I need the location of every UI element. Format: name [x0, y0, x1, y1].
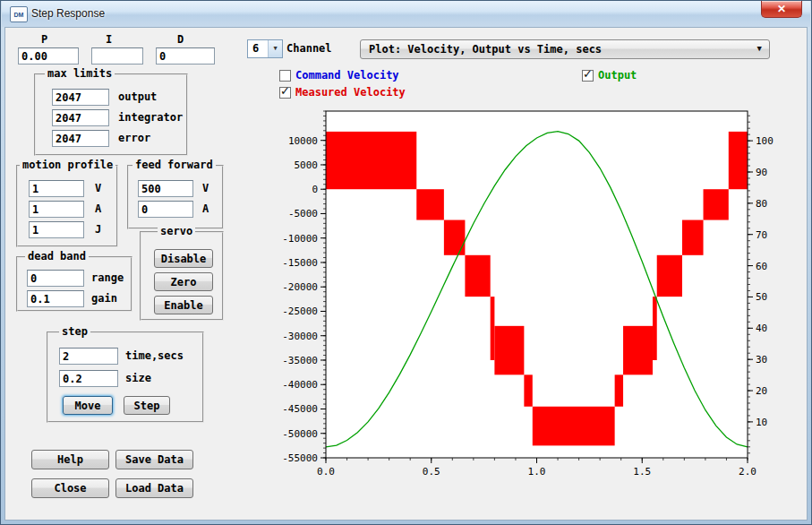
load-data-button[interactable]: Load Data	[115, 478, 193, 498]
ff-v-input[interactable]	[138, 180, 193, 197]
max-limits-group: max limits output integrator error	[34, 73, 188, 156]
profile-v-label: V	[95, 182, 101, 194]
p-input[interactable]	[18, 47, 79, 65]
svg-text:10000: 10000	[288, 135, 318, 147]
step-time-label: time,secs	[125, 349, 184, 362]
dead-band-title: dead band	[25, 250, 89, 262]
chevron-down-icon: ▼	[757, 44, 762, 53]
max-output-label: output	[118, 90, 157, 103]
chart-svg: 1000050000-5000-10000-15000-20000-25000-…	[269, 107, 788, 505]
svg-text:5000: 5000	[295, 159, 319, 171]
svg-text:-5000: -5000	[288, 208, 318, 219]
disable-button[interactable]: Disable	[154, 249, 213, 268]
svg-text:-35000: -35000	[282, 355, 318, 366]
plot-select-value: Plot: Velocity, Output vs Time, secs	[369, 43, 602, 56]
profile-a-input[interactable]	[29, 201, 84, 218]
feed-forward-title: feed forward	[132, 159, 216, 171]
checkmark-icon: ✓	[583, 67, 593, 81]
zero-button[interactable]: Zero	[154, 272, 213, 291]
close-icon[interactable]: ✕	[761, 1, 802, 18]
range-input[interactable]	[27, 270, 84, 287]
max-limits-title: max limits	[45, 67, 115, 80]
app-icon: DM	[10, 6, 28, 22]
svg-text:0.0: 0.0	[317, 466, 335, 478]
ff-a-label: A	[202, 202, 209, 215]
gain-label: gain	[91, 292, 117, 305]
svg-text:100: 100	[756, 135, 774, 147]
range-label: range	[91, 271, 124, 284]
servo-title: servo	[158, 225, 195, 237]
step-button[interactable]: Step	[124, 396, 170, 415]
max-integrator-input[interactable]	[52, 109, 109, 126]
svg-text:-30000: -30000	[282, 331, 318, 342]
svg-text:1.5: 1.5	[633, 466, 651, 478]
max-integrator-label: integrator	[118, 111, 183, 124]
svg-text:-15000: -15000	[282, 257, 318, 269]
i-label: I	[106, 33, 112, 46]
gain-input[interactable]	[27, 290, 84, 307]
plot-select[interactable]: Plot: Velocity, Output vs Time, secs ▼	[360, 39, 770, 59]
checkmark-icon: ✓	[280, 84, 290, 98]
channel-select[interactable]: 6 ▼	[247, 39, 283, 58]
channel-label: Channel	[286, 42, 332, 55]
ff-a-input[interactable]	[138, 201, 193, 218]
svg-text:0: 0	[312, 184, 318, 195]
motion-profile-title: motion profile	[20, 159, 115, 171]
title-bar[interactable]: DM Step Response ✕	[2, 1, 810, 27]
d-input[interactable]	[156, 47, 215, 65]
step-size-input[interactable]	[59, 370, 118, 387]
feed-forward-group: feed forward V A	[127, 165, 224, 229]
motion-profile-group: motion profile V A J	[16, 165, 118, 247]
svg-text:-40000: -40000	[282, 379, 318, 391]
close-glyph: ✕	[777, 3, 786, 15]
max-error-label: error	[118, 132, 150, 144]
profile-v-input[interactable]	[29, 180, 84, 197]
svg-text:-20000: -20000	[282, 281, 318, 293]
dialog-content: P I D max limits output integrator error…	[4, 27, 808, 521]
output-checkbox[interactable]: ✓	[582, 70, 594, 82]
step-time-input[interactable]	[59, 348, 118, 365]
svg-text:70: 70	[756, 229, 767, 241]
command-velocity-label: Command Velocity	[295, 69, 399, 82]
command-velocity-checkbox[interactable]: ✓	[279, 70, 291, 82]
measured-velocity-label: Measured Velocity	[295, 86, 406, 99]
measured-velocity-checkbox[interactable]: ✓	[279, 87, 291, 99]
svg-text:80: 80	[756, 198, 767, 210]
p-label: P	[41, 33, 47, 46]
output-label: Output	[598, 69, 637, 82]
enable-button[interactable]: Enable	[154, 296, 213, 314]
help-button[interactable]: Help	[31, 450, 109, 469]
step-title: step	[59, 325, 90, 338]
svg-text:60: 60	[756, 261, 767, 272]
svg-text:50: 50	[756, 291, 767, 303]
close-dialog-button[interactable]: Close	[31, 478, 109, 498]
svg-text:20: 20	[756, 385, 767, 397]
channel-value: 6	[248, 40, 268, 57]
profile-j-label: J	[95, 223, 101, 236]
step-size-label: size	[125, 372, 151, 384]
svg-text:-25000: -25000	[282, 306, 318, 317]
profile-a-label: A	[95, 202, 101, 215]
max-error-input[interactable]	[52, 130, 109, 147]
max-output-input[interactable]	[52, 89, 109, 106]
svg-text:-45000: -45000	[282, 403, 318, 415]
dead-band-group: dead band range gain	[16, 256, 132, 312]
save-data-button[interactable]: Save Data	[115, 450, 193, 469]
svg-text:-50000: -50000	[282, 428, 318, 440]
svg-text:0.5: 0.5	[423, 466, 440, 478]
app-window: DM Step Response ✕ P I D max limits outp…	[0, 0, 812, 525]
move-button[interactable]: Move	[63, 396, 113, 415]
ff-v-label: V	[202, 182, 209, 194]
i-input[interactable]	[91, 47, 143, 65]
svg-text:90: 90	[756, 167, 767, 178]
svg-text:-10000: -10000	[282, 233, 318, 245]
chevron-down-icon: ▼	[268, 40, 282, 57]
servo-group: servo Disable Zero Enable	[140, 231, 224, 321]
svg-text:2.0: 2.0	[739, 466, 756, 478]
profile-j-input[interactable]	[29, 221, 84, 238]
d-label: D	[177, 33, 184, 46]
svg-text:1.0: 1.0	[528, 466, 546, 478]
window-title: Step Response	[31, 7, 105, 20]
app-icon-text: DM	[14, 12, 24, 18]
step-group: step time,secs size Move Step	[47, 331, 204, 423]
